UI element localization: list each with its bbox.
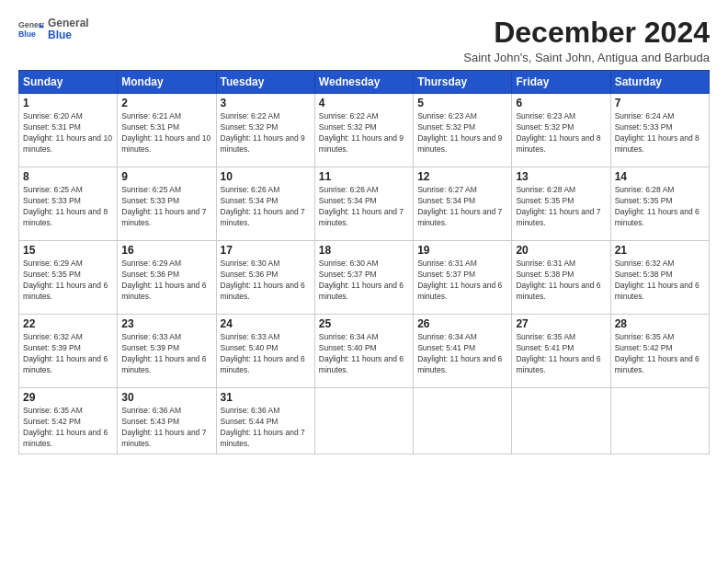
- day-number: 23: [121, 317, 211, 330]
- day-info: Sunrise: 6:30 AM Sunset: 5:36 PM Dayligh…: [221, 259, 311, 303]
- header-cell-friday: Friday: [512, 71, 610, 94]
- day-cell: 2 Sunrise: 6:21 AM Sunset: 5:31 PM Dayli…: [118, 94, 216, 167]
- day-info: Sunrise: 6:27 AM Sunset: 5:34 PM Dayligh…: [417, 185, 507, 229]
- day-cell: 27 Sunrise: 6:35 AM Sunset: 5:41 PM Dayl…: [512, 315, 610, 388]
- day-info: Sunrise: 6:26 AM Sunset: 5:34 PM Dayligh…: [319, 185, 409, 229]
- day-info: Sunrise: 6:22 AM Sunset: 5:32 PM Dayligh…: [319, 111, 409, 155]
- header: General Blue General Blue December 2024 …: [18, 17, 710, 64]
- day-cell: 22 Sunrise: 6:32 AM Sunset: 5:39 PM Dayl…: [19, 315, 118, 388]
- day-cell: 18 Sunrise: 6:30 AM Sunset: 5:37 PM Dayl…: [314, 241, 413, 315]
- day-number: 30: [121, 391, 211, 404]
- day-cell: [314, 388, 413, 454]
- day-info: Sunrise: 6:25 AM Sunset: 5:33 PM Dayligh…: [121, 185, 211, 229]
- day-info: Sunrise: 6:21 AM Sunset: 5:31 PM Dayligh…: [121, 111, 211, 155]
- header-cell-tuesday: Tuesday: [216, 71, 314, 94]
- svg-text:Blue: Blue: [18, 29, 36, 39]
- day-cell: 14 Sunrise: 6:28 AM Sunset: 5:35 PM Dayl…: [610, 167, 709, 241]
- day-cell: 16 Sunrise: 6:29 AM Sunset: 5:36 PM Dayl…: [118, 241, 216, 315]
- week-row-1: 1 Sunrise: 6:20 AM Sunset: 5:31 PM Dayli…: [19, 94, 710, 167]
- week-row-2: 8 Sunrise: 6:25 AM Sunset: 5:33 PM Dayli…: [19, 167, 710, 241]
- day-cell: 15 Sunrise: 6:29 AM Sunset: 5:35 PM Dayl…: [19, 241, 118, 315]
- day-cell: 12 Sunrise: 6:27 AM Sunset: 5:34 PM Dayl…: [414, 167, 512, 241]
- day-info: Sunrise: 6:26 AM Sunset: 5:34 PM Dayligh…: [221, 185, 311, 229]
- day-info: Sunrise: 6:33 AM Sunset: 5:40 PM Dayligh…: [221, 332, 311, 376]
- day-number: 6: [516, 97, 606, 109]
- day-number: 24: [221, 317, 311, 330]
- day-cell: 13 Sunrise: 6:28 AM Sunset: 5:35 PM Dayl…: [512, 167, 610, 241]
- week-row-5: 29 Sunrise: 6:35 AM Sunset: 5:42 PM Dayl…: [19, 388, 710, 454]
- day-number: 15: [23, 244, 113, 257]
- day-cell: 9 Sunrise: 6:25 AM Sunset: 5:33 PM Dayli…: [118, 167, 216, 241]
- day-number: 5: [417, 97, 507, 109]
- day-number: 11: [319, 170, 409, 183]
- logo-blue: Blue: [48, 29, 89, 41]
- day-cell: 10 Sunrise: 6:26 AM Sunset: 5:34 PM Dayl…: [216, 167, 314, 241]
- day-cell: 6 Sunrise: 6:23 AM Sunset: 5:32 PM Dayli…: [512, 94, 610, 167]
- day-cell: [414, 388, 512, 454]
- day-number: 21: [615, 244, 705, 257]
- day-number: 1: [23, 97, 113, 109]
- day-number: 10: [221, 170, 311, 183]
- day-number: 29: [23, 391, 113, 404]
- day-info: Sunrise: 6:20 AM Sunset: 5:31 PM Dayligh…: [23, 111, 113, 155]
- day-number: 2: [121, 97, 211, 109]
- day-number: 22: [23, 317, 113, 330]
- day-info: Sunrise: 6:35 AM Sunset: 5:42 PM Dayligh…: [615, 332, 705, 376]
- day-info: Sunrise: 6:30 AM Sunset: 5:37 PM Dayligh…: [319, 259, 409, 303]
- day-info: Sunrise: 6:32 AM Sunset: 5:39 PM Dayligh…: [23, 332, 113, 376]
- day-number: 8: [23, 170, 113, 183]
- day-cell: 24 Sunrise: 6:33 AM Sunset: 5:40 PM Dayl…: [216, 315, 314, 388]
- day-info: Sunrise: 6:36 AM Sunset: 5:44 PM Dayligh…: [221, 406, 311, 450]
- day-cell: 8 Sunrise: 6:25 AM Sunset: 5:33 PM Dayli…: [19, 167, 118, 241]
- day-cell: 25 Sunrise: 6:34 AM Sunset: 5:40 PM Dayl…: [314, 315, 413, 388]
- day-info: Sunrise: 6:29 AM Sunset: 5:36 PM Dayligh…: [121, 259, 211, 303]
- day-cell: 30 Sunrise: 6:36 AM Sunset: 5:43 PM Dayl…: [118, 388, 216, 454]
- header-cell-saturday: Saturday: [610, 71, 709, 94]
- week-row-3: 15 Sunrise: 6:29 AM Sunset: 5:35 PM Dayl…: [19, 241, 710, 315]
- header-row: SundayMondayTuesdayWednesdayThursdayFrid…: [19, 71, 710, 94]
- day-number: 20: [516, 244, 606, 257]
- day-cell: 20 Sunrise: 6:31 AM Sunset: 5:38 PM Dayl…: [512, 241, 610, 315]
- day-info: Sunrise: 6:33 AM Sunset: 5:39 PM Dayligh…: [121, 332, 211, 376]
- month-title: December 2024: [463, 17, 710, 49]
- day-cell: 29 Sunrise: 6:35 AM Sunset: 5:42 PM Dayl…: [19, 388, 118, 454]
- day-number: 27: [516, 317, 606, 330]
- day-cell: 26 Sunrise: 6:34 AM Sunset: 5:41 PM Dayl…: [414, 315, 512, 388]
- day-cell: [512, 388, 610, 454]
- day-info: Sunrise: 6:34 AM Sunset: 5:40 PM Dayligh…: [319, 332, 409, 376]
- header-cell-monday: Monday: [118, 71, 216, 94]
- day-info: Sunrise: 6:28 AM Sunset: 5:35 PM Dayligh…: [615, 185, 705, 229]
- title-block: December 2024 Saint John's, Saint John, …: [463, 17, 710, 64]
- day-cell: 31 Sunrise: 6:36 AM Sunset: 5:44 PM Dayl…: [216, 388, 314, 454]
- header-cell-sunday: Sunday: [19, 71, 118, 94]
- day-number: 19: [417, 244, 507, 257]
- day-number: 7: [615, 97, 705, 109]
- day-cell: 23 Sunrise: 6:33 AM Sunset: 5:39 PM Dayl…: [118, 315, 216, 388]
- day-info: Sunrise: 6:31 AM Sunset: 5:38 PM Dayligh…: [516, 259, 606, 303]
- day-cell: 19 Sunrise: 6:31 AM Sunset: 5:37 PM Dayl…: [414, 241, 512, 315]
- day-number: 18: [319, 244, 409, 257]
- day-number: 12: [417, 170, 507, 183]
- day-info: Sunrise: 6:25 AM Sunset: 5:33 PM Dayligh…: [23, 185, 113, 229]
- logo: General Blue General Blue: [18, 17, 89, 42]
- day-info: Sunrise: 6:24 AM Sunset: 5:33 PM Dayligh…: [615, 111, 705, 155]
- day-info: Sunrise: 6:23 AM Sunset: 5:32 PM Dayligh…: [417, 111, 507, 155]
- day-info: Sunrise: 6:34 AM Sunset: 5:41 PM Dayligh…: [417, 332, 507, 376]
- day-cell: 5 Sunrise: 6:23 AM Sunset: 5:32 PM Dayli…: [414, 94, 512, 167]
- day-cell: 11 Sunrise: 6:26 AM Sunset: 5:34 PM Dayl…: [314, 167, 413, 241]
- day-number: 13: [516, 170, 606, 183]
- day-number: 4: [319, 97, 409, 109]
- logo-icon: General Blue: [18, 17, 44, 42]
- day-number: 16: [121, 244, 211, 257]
- day-info: Sunrise: 6:29 AM Sunset: 5:35 PM Dayligh…: [23, 259, 113, 303]
- day-number: 3: [221, 97, 311, 109]
- day-cell: 21 Sunrise: 6:32 AM Sunset: 5:38 PM Dayl…: [610, 241, 709, 315]
- day-info: Sunrise: 6:22 AM Sunset: 5:32 PM Dayligh…: [221, 111, 311, 155]
- day-number: 14: [615, 170, 705, 183]
- location-subtitle: Saint John's, Saint John, Antigua and Ba…: [463, 51, 710, 64]
- page: General Blue General Blue December 2024 …: [0, 0, 728, 563]
- day-cell: 17 Sunrise: 6:30 AM Sunset: 5:36 PM Dayl…: [216, 241, 314, 315]
- day-info: Sunrise: 6:32 AM Sunset: 5:38 PM Dayligh…: [615, 259, 705, 303]
- header-cell-wednesday: Wednesday: [314, 71, 413, 94]
- day-number: 9: [121, 170, 211, 183]
